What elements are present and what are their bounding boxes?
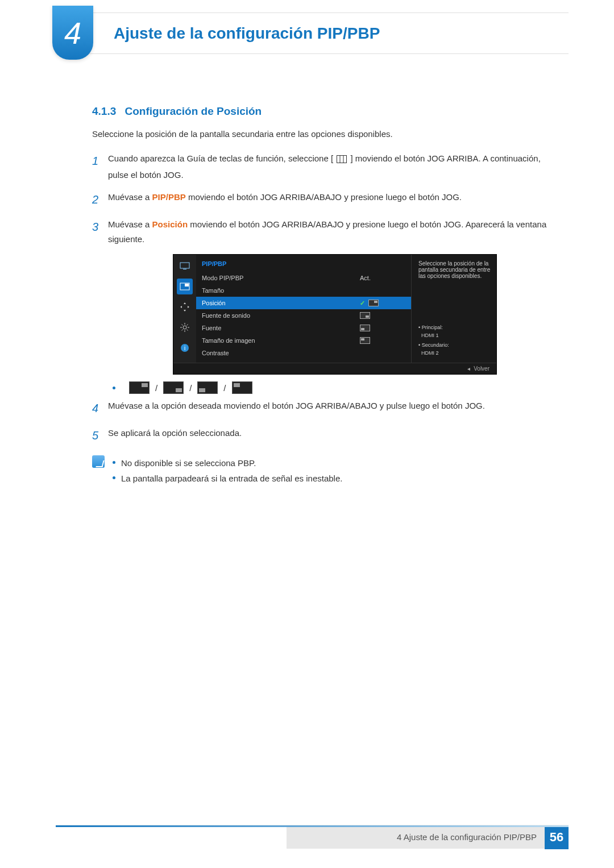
osd-row-imgsize: Tamaño de imagen [196, 334, 411, 347]
osd-move-icon [177, 299, 193, 315]
chapter-header: Ajuste de la configuración PIP/PBP [56, 13, 569, 54]
note-icon [92, 455, 105, 468]
svg-rect-3 [180, 263, 189, 268]
pip-top-left-icon [232, 381, 252, 394]
osd-picture-icon [177, 258, 193, 274]
menu-grid-icon [337, 153, 347, 168]
step-5: Se aplicará la opción seleccionada. [108, 426, 557, 445]
osd-secondary-label: Secundario: [422, 342, 449, 348]
osd-row-position: Posición✓ [196, 297, 411, 309]
bullet-icon [113, 387, 115, 389]
step-1-text-a: Cuando aparezca la Guía de teclas de fun… [108, 153, 333, 163]
step-4: Muévase a la opción deseada moviendo el … [108, 398, 557, 418]
page-footer: 4 Ajuste de la configuración PIP/PBP 56 [56, 825, 569, 849]
step-2-text-a: Muévase a [108, 192, 152, 202]
pip-bottom-left-icon [197, 381, 218, 394]
section-intro: Seleccione la posición de la pantalla se… [92, 129, 557, 139]
step-2-emph: PIP/PBP [152, 192, 186, 202]
step-3-text-a: Muévase a [108, 219, 152, 229]
step-3: Muévase a Posición moviendo el botón JOG… [108, 217, 557, 246]
svg-rect-4 [183, 269, 186, 269]
osd-row-source: Fuente [196, 322, 411, 334]
svg-point-7 [183, 326, 186, 329]
osd-settings-icon [177, 319, 193, 335]
osd-help: Seleccione la posición de la pantalla se… [411, 255, 496, 363]
note-2: La pantalla parpadeará si la entrada de … [121, 471, 342, 486]
chapter-number: 4 [64, 15, 81, 51]
osd-title: PIP/PBP [196, 258, 411, 272]
step-number: 5 [92, 426, 108, 445]
osd-menu: PIP/PBP Modo PIP/PBPAct. Tamaño Posición… [196, 255, 411, 363]
osd-info-icon: i [177, 340, 193, 356]
steps-list: 1 Cuando aparezca la Guía de teclas de f… [92, 151, 557, 246]
svg-text:i: i [184, 345, 185, 351]
osd-sidebar: i [173, 255, 196, 363]
step-2: Muévase a PIP/PBP moviendo el botón JOG … [108, 190, 557, 209]
osd-row-sound: Fuente de sonido [196, 309, 411, 322]
osd-main-value: HDMI 1 [421, 333, 439, 338]
step-number: 2 [92, 190, 108, 209]
steps-list-2: 4 Muévase a la opción deseada moviendo e… [92, 398, 557, 445]
step-3-emph: Posición [152, 219, 188, 229]
footer-text: 4 Ajuste de la configuración PIP/PBP [397, 832, 537, 842]
separator: / [223, 383, 226, 393]
section-title: Configuración de Posición [125, 105, 262, 117]
separator: / [189, 383, 192, 393]
osd-row-size: Tamaño [196, 284, 411, 297]
osd-pip-icon [177, 279, 193, 294]
step-number: 4 [92, 398, 108, 418]
step-1: Cuando aparezca la Guía de teclas de fun… [108, 151, 557, 182]
step-number: 3 [92, 217, 108, 246]
osd-footer: ◂Volver [173, 363, 496, 374]
osd-figure: i PIP/PBP Modo PIP/PBPAct. Tamaño Posici… [113, 254, 557, 375]
pip-top-right-icon [129, 381, 150, 394]
chapter-tab: 4 [52, 6, 93, 60]
separator: / [155, 383, 157, 393]
section-number: 4.1.3 [92, 105, 116, 117]
osd-main-label: Principal: [422, 325, 443, 330]
chapter-title: Ajuste de la configuración PIP/PBP [114, 24, 380, 43]
svg-rect-6 [185, 284, 189, 286]
step-number: 1 [92, 151, 108, 182]
osd-help-text: Seleccione la posición de la pantalla se… [418, 260, 491, 279]
page-content: 4.1.3 Configuración de Posición Seleccio… [92, 105, 557, 486]
step-2-text-b: moviendo el botón JOG ARRIBA/ABAJO y pre… [186, 192, 462, 202]
page-number: 56 [545, 825, 569, 849]
position-options: / / / [113, 381, 557, 394]
osd-row-mode: Modo PIP/PBPAct. [196, 272, 411, 284]
note-block: No disponible si se selecciona PBP. La p… [92, 455, 557, 486]
pip-bottom-right-icon [163, 381, 184, 394]
note-1: No disponible si se selecciona PBP. [121, 455, 256, 471]
osd-panel: i PIP/PBP Modo PIP/PBPAct. Tamaño Posici… [173, 254, 497, 375]
osd-row-contrast: Contraste [196, 347, 411, 359]
osd-back-label: Volver [474, 366, 489, 372]
svg-rect-0 [337, 156, 347, 163]
osd-secondary-value: HDMI 2 [421, 350, 439, 356]
section-heading: 4.1.3 Configuración de Posición [92, 105, 557, 118]
